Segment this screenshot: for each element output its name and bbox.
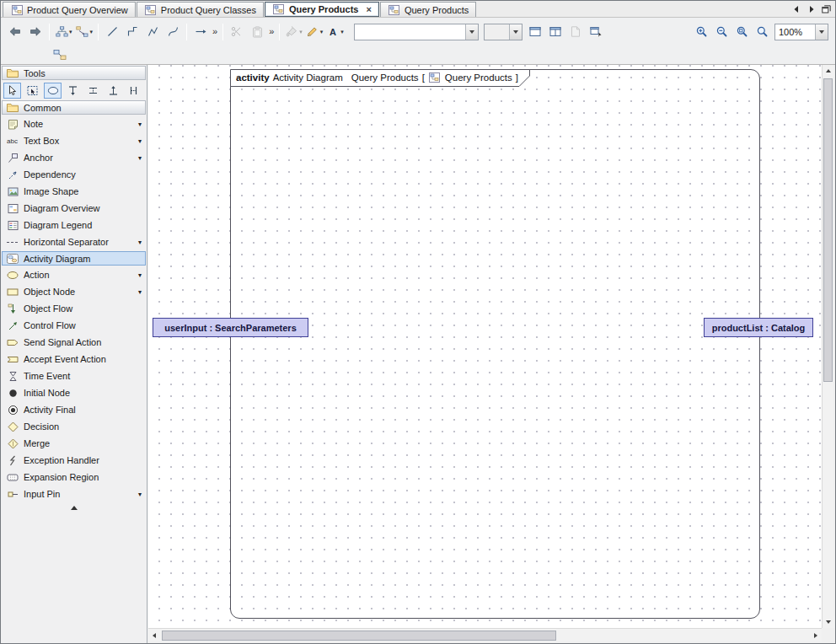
- back-button[interactable]: [5, 22, 25, 42]
- size-combo[interactable]: [484, 24, 522, 40]
- frame-header[interactable]: activity Activity Diagram Query Products…: [230, 69, 530, 87]
- palette-item-merge[interactable]: Merge: [1, 435, 147, 452]
- palette-item-image-shape[interactable]: Image Shape: [1, 183, 147, 200]
- polyline-path-button[interactable]: [142, 22, 163, 42]
- path-direction-button[interactable]: [190, 22, 211, 42]
- cut-button[interactable]: [227, 22, 247, 42]
- palette-item-diagram-overview[interactable]: Diagram Overview: [1, 200, 147, 217]
- align-top-tool-button[interactable]: [64, 83, 82, 99]
- tab-product-query-overview[interactable]: Product Query Overview: [3, 2, 136, 17]
- marquee-tool-button[interactable]: [24, 83, 41, 99]
- selection-tool-button[interactable]: [3, 83, 21, 99]
- distribute-horizontal-tool-button[interactable]: [125, 83, 142, 99]
- palette-item-control-flow[interactable]: Control Flow: [1, 317, 147, 334]
- palette-item-accept-event-action[interactable]: Accept Event Action: [1, 351, 147, 368]
- zoom-fit-button[interactable]: [732, 22, 752, 42]
- palette-item-expansion-region[interactable]: Expansion Region: [1, 469, 147, 486]
- palette-item-text-box[interactable]: abcText Box▾: [1, 132, 147, 149]
- dropdown-caret-icon: ▾: [69, 29, 72, 35]
- overflow-chevron[interactable]: »: [212, 27, 217, 36]
- diagram-icon: [272, 4, 286, 14]
- containment-tree-button[interactable]: ▾: [53, 22, 74, 42]
- palette-item-time-event[interactable]: Time Event: [1, 368, 147, 384]
- related-elements-button[interactable]: ▾: [74, 22, 95, 42]
- prev-diagram-button[interactable]: [790, 3, 802, 16]
- forward-button[interactable]: [25, 22, 46, 42]
- dropdown-caret-icon[interactable]: ▾: [138, 271, 142, 279]
- horizontal-scrollbar[interactable]: [148, 628, 822, 641]
- diagram-style-combo-dropdown-button[interactable]: [465, 24, 478, 40]
- scroll-right-button[interactable]: [810, 629, 822, 641]
- tab-product-query-classes[interactable]: Product Query Classes: [137, 2, 264, 17]
- activity-parameter-node-userinput[interactable]: userInput : SearchParameters: [153, 318, 308, 337]
- fill-color-button[interactable]: ▾: [283, 22, 304, 42]
- new-diagram-window-button[interactable]: [525, 22, 545, 42]
- palette-item-send-signal-action[interactable]: Send Signal Action: [1, 334, 147, 351]
- palette-item-diagram-legend[interactable]: Diagram Legend: [1, 217, 147, 233]
- tab-query-products[interactable]: Query Products×: [265, 2, 379, 17]
- palette-item-dependency[interactable]: Dependency: [1, 166, 147, 183]
- distribute-vertical-tool-button[interactable]: [84, 83, 102, 99]
- tab-query-products[interactable]: Query Products: [380, 2, 476, 17]
- distribute-vertical-tool-icon: [87, 85, 100, 96]
- palette-item-horizontal-separator[interactable]: Horizontal Separator▾: [1, 233, 147, 250]
- palette-item-anchor[interactable]: Anchor▾: [1, 149, 147, 166]
- zoom-out-button[interactable]: [711, 22, 732, 42]
- diagram-document-button[interactable]: [565, 22, 586, 42]
- palette-item-object-node[interactable]: Object Node▾: [1, 283, 147, 300]
- section-header-common[interactable]: Common: [2, 100, 146, 115]
- dropdown-caret-icon[interactable]: ▾: [138, 154, 142, 162]
- oblique-path-button[interactable]: [102, 22, 122, 42]
- scroll-left-button[interactable]: [148, 629, 160, 641]
- zoom-in-button[interactable]: [691, 22, 711, 42]
- palette-item-object-flow[interactable]: Object Flow: [1, 300, 147, 317]
- align-bottom-tool-button[interactable]: [104, 83, 122, 99]
- palette-item-note[interactable]: Note▾: [1, 115, 147, 132]
- paste-button[interactable]: [247, 22, 267, 42]
- diagram-navigation-button[interactable]: [586, 22, 606, 42]
- split-diagram-window-button[interactable]: [545, 22, 565, 42]
- window-list-button[interactable]: [820, 3, 833, 16]
- palette-item-initial-node[interactable]: Initial Node: [1, 384, 147, 401]
- palette-item-exception-handler[interactable]: Exception Handler: [1, 452, 147, 469]
- activity-frame[interactable]: [230, 69, 760, 619]
- dropdown-caret-icon[interactable]: ▾: [138, 121, 142, 128]
- size-combo-dropdown-button[interactable]: [509, 24, 522, 40]
- overflow-chevron[interactable]: »: [269, 27, 274, 36]
- dropdown-caret-icon[interactable]: ▾: [138, 288, 142, 296]
- activity-parameter-node-productlist[interactable]: productList : Catalog: [704, 318, 813, 337]
- oval-selection-tool-button[interactable]: [44, 83, 62, 99]
- secondary-toolbar: [1, 45, 835, 64]
- section-header-activity-diagram[interactable]: Activity Diagram: [2, 251, 146, 266]
- overview-icon: [6, 203, 19, 214]
- scroll-down-button[interactable]: [823, 616, 834, 628]
- vertical-scrollbar[interactable]: [822, 65, 833, 628]
- diagram-icon: [10, 5, 24, 15]
- pen-color-button[interactable]: ▾: [304, 22, 325, 42]
- palette-item-label: Input Pin: [24, 489, 134, 499]
- palette-item-decision[interactable]: Decision: [1, 418, 147, 435]
- dropdown-caret-icon[interactable]: ▾: [138, 239, 142, 246]
- palette-item-activity-final[interactable]: Activity Final: [1, 401, 147, 418]
- dropdown-caret-icon[interactable]: ▾: [138, 491, 142, 498]
- diagram-canvas[interactable]: activity Activity Diagram Query Products…: [148, 65, 822, 628]
- scroll-up-button[interactable]: [823, 65, 834, 77]
- next-diagram-button[interactable]: [805, 3, 817, 16]
- tab-close-icon[interactable]: ×: [366, 5, 371, 14]
- horizontal-scrollbar-thumb[interactable]: [162, 631, 556, 641]
- show-related-button[interactable]: [50, 45, 70, 65]
- section-header-tools[interactable]: Tools: [2, 66, 146, 80]
- zoom-combo[interactable]: 100%: [774, 24, 828, 40]
- palette-item-label: Object Flow: [24, 303, 144, 314]
- zoom-combo-dropdown-button[interactable]: [815, 24, 828, 40]
- rectilinear-path-button[interactable]: [122, 22, 142, 42]
- palette-item-action[interactable]: Action▾: [1, 266, 147, 283]
- dropdown-caret-icon[interactable]: ▾: [138, 137, 142, 145]
- bezier-path-button[interactable]: [163, 22, 183, 42]
- palette-item-input-pin[interactable]: Input Pin▾: [1, 486, 147, 502]
- palette-scroll-up-button[interactable]: [1, 502, 147, 510]
- zoom-selection-button[interactable]: [752, 22, 772, 42]
- vertical-scrollbar-thumb[interactable]: [823, 78, 833, 382]
- font-color-button[interactable]: A▾: [324, 22, 346, 42]
- diagram-style-combo[interactable]: [354, 24, 479, 40]
